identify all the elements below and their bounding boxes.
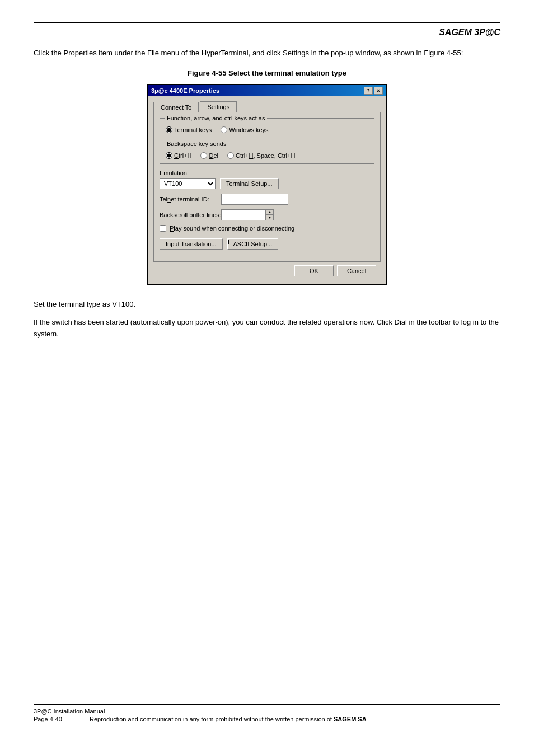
footer-copyright: Reproduction and communication in any fo… <box>90 716 367 722</box>
del-radio[interactable] <box>200 152 207 159</box>
play-sound-label: Play sound when connecting or disconnect… <box>170 225 294 232</box>
ctrl-h-label: Ctrl+H <box>174 152 191 159</box>
ctrl-h-space-label: Ctrl+H, Space, Ctrl+H <box>236 152 295 159</box>
emulation-label: Emulation: <box>160 170 374 176</box>
ctrl-h-radio[interactable] <box>166 152 172 159</box>
intro-paragraph: Click the Properties item under the File… <box>34 48 500 59</box>
play-sound-row: Play sound when connecting or disconnect… <box>160 225 374 232</box>
windows-keys-radio[interactable] <box>221 126 227 133</box>
footer-page: Page 4-40 <box>34 716 90 722</box>
figure-caption: Figure 4-55 Select the terminal emulatio… <box>34 69 500 77</box>
footer-row2: Page 4-40 Reproduction and communication… <box>34 716 500 722</box>
windows-keys-option[interactable]: Windows keys <box>221 126 268 133</box>
backscroll-label: Backscroll buffer lines: <box>160 212 221 218</box>
emulation-section: Emulation: VT100 Terminal Setup... <box>160 170 374 189</box>
del-option[interactable]: Del <box>200 152 218 159</box>
bottom-buttons-row: Input Translation... ASCII Setup... <box>160 238 374 250</box>
backspace-group: Backspace key sends Ctrl+H Del <box>160 144 374 164</box>
terminal-setup-button[interactable]: Terminal Setup... <box>220 178 279 189</box>
cancel-button[interactable]: Cancel <box>337 265 376 276</box>
telnet-input[interactable]: VT100 <box>221 194 288 205</box>
terminal-keys-label: Terminal keys <box>174 126 212 133</box>
header-rule <box>34 22 500 23</box>
backscroll-spinner: ▲ ▼ <box>266 209 274 220</box>
function-keys-options: Terminal keys Windows keys <box>166 126 368 133</box>
page-header-title: SAGEM 3P@C <box>34 27 500 37</box>
tab-settings[interactable]: Settings <box>200 101 237 112</box>
backspace-options: Ctrl+H Del Ctrl+H, Space, Ctrl+H <box>166 152 368 159</box>
footer-rule <box>34 704 500 705</box>
tab-connect-to[interactable]: Connect To <box>153 102 199 112</box>
windows-keys-label: Windows keys <box>229 126 268 133</box>
footer-brand: SAGEM SA <box>334 716 367 722</box>
emulation-select[interactable]: VT100 <box>160 178 216 189</box>
ascii-setup-button[interactable]: ASCII Setup... <box>227 238 279 250</box>
backscroll-input[interactable]: 500 <box>221 209 266 220</box>
properties-dialog: 3p@c 4400E Properties ? × Connect To Set… <box>147 84 387 285</box>
ok-cancel-row: OK Cancel <box>153 261 381 279</box>
function-keys-label: Function, arrow, and ctrl keys act as <box>165 115 267 121</box>
after-text-1: Set the terminal type as VT100. <box>34 299 500 311</box>
backspace-label: Backspace key sends <box>165 140 228 147</box>
footer-manual: 3P@C Installation Manual <box>34 708 500 715</box>
tab-content-settings: Function, arrow, and ctrl keys act as Te… <box>153 112 381 261</box>
spinner-up-arrow[interactable]: ▲ <box>266 210 273 215</box>
emulation-row: VT100 Terminal Setup... <box>160 178 374 189</box>
input-translation-button[interactable]: Input Translation... <box>160 238 223 250</box>
after-text-2: If the switch has been started (automati… <box>34 317 500 340</box>
telnet-row: Telnet terminal ID: VT100 <box>160 194 374 205</box>
terminal-keys-radio[interactable] <box>166 126 172 133</box>
dialog-wrapper: 3p@c 4400E Properties ? × Connect To Set… <box>34 84 500 285</box>
dialog-titlebar: 3p@c 4400E Properties ? × <box>148 85 386 96</box>
close-button[interactable]: × <box>374 87 383 95</box>
del-label: Del <box>209 152 218 159</box>
ctrl-h-space-option[interactable]: Ctrl+H, Space, Ctrl+H <box>227 152 295 159</box>
ctrl-h-space-radio[interactable] <box>227 152 234 159</box>
footer: 3P@C Installation Manual Page 4-40 Repro… <box>34 708 500 722</box>
dialog-title: 3p@c 4400E Properties <box>151 87 219 94</box>
terminal-keys-option[interactable]: Terminal keys <box>166 126 212 133</box>
ok-button[interactable]: OK <box>294 265 334 276</box>
ctrl-h-option[interactable]: Ctrl+H <box>166 152 191 159</box>
telnet-label: Telnet terminal ID: <box>160 196 221 203</box>
backscroll-row: Backscroll buffer lines: 500 ▲ ▼ <box>160 209 374 220</box>
play-sound-checkbox[interactable] <box>160 225 166 232</box>
dialog-title-controls: ? × <box>364 87 383 95</box>
help-button[interactable]: ? <box>364 87 373 95</box>
tab-bar: Connect To Settings <box>153 101 381 112</box>
spinner-down-arrow[interactable]: ▼ <box>266 215 273 220</box>
dialog-body: Connect To Settings Function, arrow, and… <box>148 96 386 284</box>
function-keys-group: Function, arrow, and ctrl keys act as Te… <box>160 118 374 138</box>
